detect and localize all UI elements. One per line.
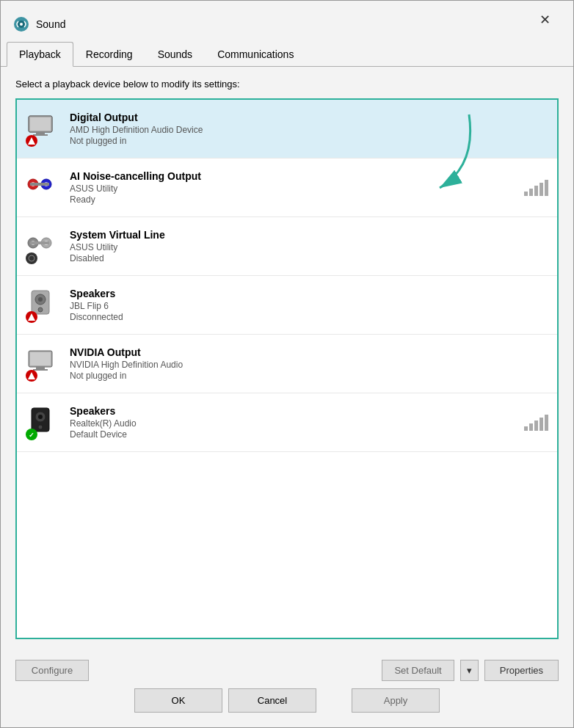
device-info: Speakers Realtek(R) Audio Default Device [70, 405, 518, 440]
device-item[interactable]: NVIDIA Output NVIDIA High Definition Aud… [17, 335, 557, 393]
bottom-row2: OK Cancel Apply [15, 688, 559, 718]
device-item[interactable]: Digital Output AMD High Definition Audio… [17, 100, 557, 159]
device-status: Not plugged in [70, 371, 548, 381]
badge-red [26, 370, 37, 382]
device-item[interactable]: System Virtual Line ASUS Utility Disable… [17, 217, 557, 276]
device-icon-wrapper [26, 288, 61, 323]
svg-point-2 [20, 23, 23, 26]
set-default-dropdown-button[interactable]: ▾ [460, 660, 479, 681]
set-default-button[interactable]: Set Default [382, 660, 454, 681]
badge-red [26, 311, 37, 323]
sound-icon [12, 15, 30, 33]
device-sub: NVIDIA High Definition Audio [70, 360, 548, 370]
svg-rect-8 [33, 134, 48, 136]
signal-bars [524, 415, 548, 431]
device-status: Default Device [70, 429, 518, 440]
device-name: Digital Output [70, 112, 548, 123]
svg-marker-25 [28, 313, 35, 321]
svg-rect-27 [30, 352, 51, 365]
device-icon-wrapper [26, 229, 61, 264]
title-bar: Sound ✕ [1, 1, 573, 39]
svg-rect-28 [36, 367, 45, 369]
close-button[interactable]: ✕ [528, 8, 562, 32]
sound-dialog: Sound ✕ Playback Recording Sounds Commun… [0, 0, 574, 728]
device-icon-wrapper: ✓ [26, 405, 61, 440]
device-info: System Virtual Line ASUS Utility Disable… [70, 229, 548, 263]
device-icon-wrapper [26, 170, 61, 205]
signal-bars [524, 180, 548, 196]
device-icon-wrapper [26, 346, 61, 382]
device-sub: JBL Flip 6 [70, 301, 548, 311]
device-name: NVIDIA Output [70, 346, 548, 358]
badge-none [26, 194, 37, 205]
device-list: Digital Output AMD High Definition Audio… [17, 100, 557, 638]
badge-green: ✓ [26, 429, 37, 440]
device-sub: AMD High Definition Audio Device [70, 125, 548, 135]
tab-playback[interactable]: Playback [7, 42, 73, 67]
device-item[interactable]: ✓ Speakers Realtek(R) Audio Default Devi… [17, 393, 557, 452]
badge-red [26, 252, 37, 264]
tab-sounds[interactable]: Sounds [145, 42, 205, 67]
svg-rect-7 [36, 132, 45, 134]
device-icon-wrapper [26, 112, 61, 147]
device-sub: ASUS Utility [70, 183, 518, 194]
device-info: NVIDIA Output NVIDIA High Definition Aud… [70, 346, 548, 381]
svg-rect-29 [33, 369, 48, 371]
device-status: Ready [70, 194, 518, 205]
device-item[interactable]: Speakers JBL Flip 6 Disconnected [17, 276, 557, 335]
content-area: Select a playback device below to modify… [1, 67, 573, 651]
ok-button[interactable]: OK [134, 688, 222, 713]
svg-marker-9 [28, 137, 35, 145]
device-list-container: Digital Output AMD High Definition Audio… [15, 98, 559, 639]
svg-marker-30 [28, 372, 35, 379]
device-name: Speakers [70, 405, 518, 417]
svg-rect-14 [30, 183, 49, 186]
tab-communications[interactable]: Communications [205, 42, 306, 67]
svg-rect-19 [30, 241, 49, 244]
apply-button[interactable]: Apply [352, 688, 440, 713]
svg-point-23 [38, 297, 43, 302]
device-status: Not plugged in [70, 136, 548, 146]
device-name: Speakers [70, 288, 548, 299]
svg-point-34 [38, 425, 43, 429]
bottom-buttons: Configure Set Default ▾ Properties OK Ca… [1, 651, 573, 727]
device-info: AI Noise-cancelling Output ASUS Utility … [70, 170, 518, 205]
cancel-button[interactable]: Cancel [228, 688, 316, 713]
device-name: System Virtual Line [70, 229, 548, 241]
instruction-text: Select a playback device below to modify… [15, 79, 559, 90]
device-item[interactable]: AI Noise-cancelling Output ASUS Utility … [17, 159, 557, 217]
device-status: Disabled [70, 253, 548, 263]
device-status: Disconnected [70, 312, 548, 322]
bottom-row1: Configure Set Default ▾ Properties [15, 660, 559, 681]
device-info: Digital Output AMD High Definition Audio… [70, 112, 548, 146]
title-bar-left: Sound [12, 15, 65, 33]
device-sub: ASUS Utility [70, 242, 548, 252]
device-sub: Realtek(R) Audio [70, 418, 518, 429]
svg-text:✓: ✓ [29, 432, 34, 438]
device-name: AI Noise-cancelling Output [70, 170, 518, 182]
badge-red [26, 135, 37, 147]
tab-recording[interactable]: Recording [73, 42, 145, 67]
tabs-bar: Playback Recording Sounds Communications [1, 42, 573, 67]
svg-rect-6 [30, 117, 51, 131]
svg-point-33 [38, 415, 43, 419]
properties-button[interactable]: Properties [484, 660, 559, 681]
svg-point-24 [38, 307, 43, 312]
configure-button[interactable]: Configure [15, 660, 89, 681]
device-info: Speakers JBL Flip 6 Disconnected [70, 288, 548, 322]
title-text: Sound [36, 18, 65, 30]
svg-point-20 [29, 255, 34, 261]
